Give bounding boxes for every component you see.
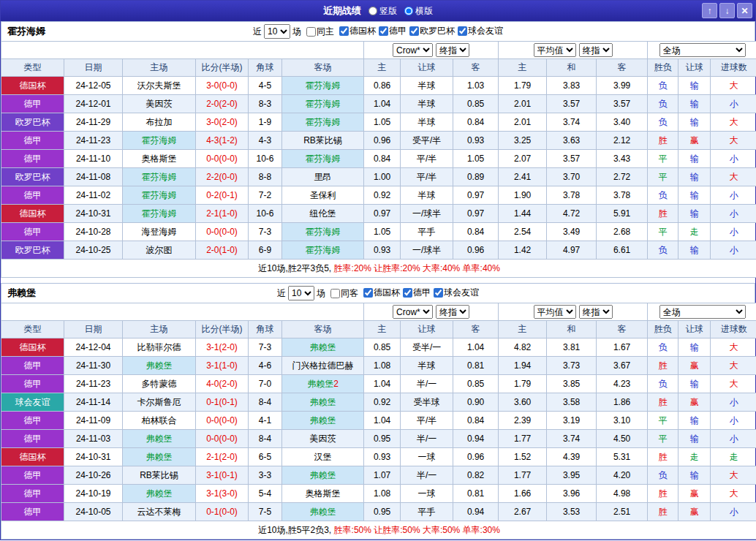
away-team[interactable]: 弗赖堡	[282, 466, 364, 485]
avg-source-select[interactable]: 平均值	[534, 43, 576, 57]
layout-option-horizontal[interactable]: 横版	[404, 5, 433, 18]
same-venue-checkbox[interactable]	[306, 27, 316, 37]
home-team[interactable]: RB莱比锡	[123, 466, 196, 485]
col-avg-away: 客	[597, 59, 648, 77]
away-team[interactable]: 美因茨	[282, 430, 364, 448]
col-type: 类型	[1, 59, 64, 77]
home-team[interactable]: 沃尔夫斯堡	[123, 77, 196, 95]
filters: 近 10 场 同客 德国杯德甲球会友谊	[277, 286, 479, 300]
odds-source-select[interactable]: Crow*	[393, 305, 433, 319]
score: 3-1(2-0)	[196, 338, 249, 357]
away-team[interactable]: 弗赖堡	[282, 503, 364, 521]
away-team[interactable]: 霍芬海姆	[282, 241, 364, 260]
result-wdl: 负	[648, 77, 678, 95]
same-venue-filter[interactable]: 同客	[330, 287, 358, 300]
home-team[interactable]: 弗赖堡	[123, 430, 196, 448]
odds-source-select[interactable]: Crow*	[393, 43, 433, 57]
league-filters: 德国杯德甲球会友谊	[360, 287, 479, 300]
league-filter[interactable]: 欧罗巴杯	[409, 25, 455, 37]
league-checkbox[interactable]	[458, 26, 467, 36]
match-type: 欧罗巴杯	[1, 241, 64, 260]
match-count-select[interactable]: 10	[288, 286, 314, 300]
away-team[interactable]: 门兴格拉德巴赫	[282, 357, 364, 375]
odds-away: 0.84	[453, 223, 499, 241]
league-filter[interactable]: 德甲	[379, 25, 407, 37]
away-team[interactable]: 弗赖堡	[282, 338, 364, 357]
home-team[interactable]: 卡尔斯鲁厄	[123, 393, 196, 412]
scope-select[interactable]: 全场	[659, 305, 746, 319]
result-wdl: 胜	[648, 503, 678, 521]
away-team[interactable]: 霍芬海姆	[282, 95, 364, 113]
score: 3-1(3-0)	[196, 485, 249, 503]
league-checkbox[interactable]	[363, 288, 373, 298]
avg-home: 2.01	[499, 95, 547, 113]
league-filter[interactable]: 德国杯	[363, 287, 400, 299]
avg-source-select[interactable]: 平均值	[534, 305, 576, 319]
home-team[interactable]: 柏林联合	[123, 412, 196, 430]
odds-time-select[interactable]: 终指	[436, 43, 469, 57]
away-team[interactable]: 纽伦堡	[282, 205, 364, 223]
stats-table: Crow*终指 平均值终指 全场 类型 日期 主场 比分(半场) 角球 客场	[1, 303, 756, 540]
home-team[interactable]: 霍芬海姆	[123, 186, 196, 205]
vertical-layout-radio[interactable]	[368, 7, 377, 15]
match-count-select[interactable]: 10	[264, 24, 290, 39]
home-team[interactable]: 美因茨	[123, 95, 196, 113]
home-team[interactable]: 比勒菲尔德	[123, 338, 196, 357]
close-button[interactable]: ✕	[737, 3, 752, 18]
away-team[interactable]: RB莱比锡	[282, 132, 364, 150]
league-checkbox[interactable]	[403, 288, 412, 298]
league-filter[interactable]: 德甲	[403, 287, 431, 299]
home-team[interactable]: 弗赖堡	[123, 357, 196, 375]
away-team[interactable]: 霍芬海姆	[282, 150, 364, 168]
home-team[interactable]: 霍芬海姆	[123, 205, 196, 223]
away-team[interactable]: 霍芬海姆	[282, 223, 364, 241]
scope-select[interactable]: 全场	[659, 43, 746, 57]
avg-time-select[interactable]: 终指	[579, 305, 613, 319]
away-team[interactable]: 圣保利	[282, 186, 364, 205]
league-filter[interactable]: 德国杯	[339, 25, 376, 37]
away-team[interactable]: 弗赖堡	[282, 393, 364, 412]
home-team[interactable]: 弗赖堡	[123, 485, 196, 503]
result-handicap: 输	[678, 77, 711, 95]
home-team[interactable]: 布拉加	[123, 113, 196, 132]
odds-away: 0.82	[453, 466, 499, 485]
league-checkbox[interactable]	[379, 26, 388, 36]
odds-away: 0.84	[453, 412, 499, 430]
league-filter[interactable]: 球会友谊	[434, 287, 479, 299]
layout-option-vertical[interactable]: 竖版	[368, 5, 397, 18]
same-venue-checkbox[interactable]	[330, 289, 340, 298]
avg-time-select[interactable]: 终指	[579, 43, 613, 57]
team-section: 弗赖堡 近 10 场 同客 德国杯德甲球会友谊	[1, 283, 755, 540]
home-team[interactable]: 奥格斯堡	[123, 150, 196, 168]
odds-home: 0.95	[364, 503, 401, 521]
home-team[interactable]: 霍芬海姆	[123, 132, 196, 150]
away-team[interactable]: 汉堡	[282, 448, 364, 466]
handicap-line: 平/半	[401, 150, 453, 168]
scope-select-cell: 全场	[648, 42, 756, 59]
same-venue-filter[interactable]: 同主	[306, 26, 334, 38]
home-team[interactable]: 霍芬海姆	[123, 168, 196, 186]
home-team[interactable]: 多特蒙德	[123, 375, 196, 393]
league-filter[interactable]: 球会友谊	[458, 25, 503, 37]
move-down-button[interactable]: ↓	[719, 3, 735, 18]
away-team[interactable]: 里昂	[282, 168, 364, 186]
league-checkbox[interactable]	[434, 288, 443, 298]
odds-time-select[interactable]: 终指	[436, 305, 469, 319]
league-checkbox[interactable]	[339, 26, 349, 36]
home-team[interactable]: 海登海姆	[123, 223, 196, 241]
avg-away: 4.98	[597, 485, 648, 503]
home-team[interactable]: 波尔图	[123, 241, 196, 260]
away-team[interactable]: 霍芬海姆	[282, 113, 364, 132]
horizontal-layout-radio[interactable]	[404, 7, 413, 15]
away-team[interactable]: 奥格斯堡	[282, 485, 364, 503]
away-team[interactable]: 弗赖堡2	[282, 375, 364, 393]
vertical-layout-label: 竖版	[379, 5, 397, 18]
move-up-button[interactable]: ↑	[702, 3, 717, 18]
home-team[interactable]: 云达不莱梅	[123, 503, 196, 521]
away-team[interactable]: 弗赖堡	[282, 412, 364, 430]
league-checkbox[interactable]	[409, 26, 419, 36]
corners: 7-3	[249, 223, 282, 241]
result-wdl: 负	[648, 241, 678, 260]
home-team[interactable]: 弗赖堡	[123, 448, 196, 466]
away-team[interactable]: 霍芬海姆	[282, 77, 364, 95]
